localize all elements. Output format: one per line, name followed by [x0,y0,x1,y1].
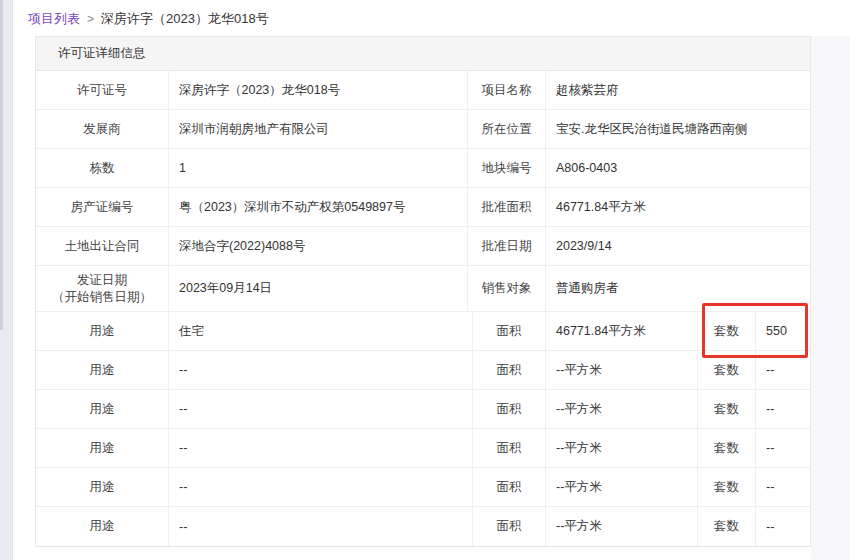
row-value: 1 [169,149,468,187]
area-label: 面积 [473,390,546,428]
area-label: 面积 [473,351,546,389]
usage-label: 用途 [36,468,169,506]
usage-row: 用途--面积--平方米套数-- [36,468,810,507]
table-row: 许可证号深房许字（2023）龙华018号项目名称超核紫芸府 [36,71,810,110]
usage-row: 用途住宅面积46771.84平方米套数550 [36,312,810,351]
row-value: 超核紫芸府 [546,71,810,109]
row-value: 2023/9/14 [546,227,810,265]
table-row: 发证日期（开始销售日期）2023年09月14日销售对象普通购房者 [36,266,810,312]
units-label: 套数 [698,312,756,350]
row-value: 46771.84平方米 [546,188,810,226]
units-value: -- [756,351,810,389]
units-label: 套数 [698,507,756,546]
row-label: 批准面积 [468,188,546,226]
row-value: 宝安.龙华区民治街道民塘路西南侧 [546,110,810,148]
usage-value: -- [169,429,473,467]
units-value: -- [756,507,810,546]
row-label: 发证日期（开始销售日期） [36,266,169,311]
row-label: 销售对象 [468,266,546,311]
units-label: 套数 [698,429,756,467]
row-label: 项目名称 [468,71,546,109]
row-label: 发展商 [36,110,169,148]
row-value: A806-0403 [546,149,810,187]
usage-row: 用途--面积--平方米套数-- [36,390,810,429]
units-label: 套数 [698,390,756,428]
permit-detail-panel: 许可证详细信息 许可证号深房许字（2023）龙华018号项目名称超核紫芸府发展商… [35,36,811,547]
left-scroll-edge [0,0,3,330]
area-value: --平方米 [546,429,698,467]
row-value: 深地合字(2022)4088号 [169,227,468,265]
usage-label: 用途 [36,312,169,350]
permit-table: 许可证号深房许字（2023）龙华018号项目名称超核紫芸府发展商深圳市润朝房地产… [36,71,810,546]
row-value: 深房许字（2023）龙华018号 [169,71,468,109]
usage-value: -- [169,351,473,389]
usage-label: 用途 [36,390,169,428]
page-right-background [811,36,850,560]
usage-value: -- [169,507,473,546]
units-value: -- [756,468,810,506]
area-label: 面积 [473,312,546,350]
usage-row: 用途--面积--平方米套数-- [36,507,810,546]
units-label: 套数 [698,468,756,506]
area-label: 面积 [473,507,546,546]
usage-row: 用途--面积--平方米套数-- [36,429,810,468]
label-line: 发证日期 [52,272,152,289]
breadcrumb-separator: > [87,12,94,26]
panel-title: 许可证详细信息 [36,37,810,71]
area-label: 面积 [473,468,546,506]
units-value: -- [756,390,810,428]
table-row: 房产证编号粤（2023）深圳市不动产权第0549897号批准面积46771.84… [36,188,810,227]
row-label: 栋数 [36,149,169,187]
breadcrumb-current-permit: 深房许字（2023）龙华018号 [101,10,269,28]
usage-value: 住宅 [169,312,473,350]
usage-label: 用途 [36,507,169,546]
area-value: --平方米 [546,351,698,389]
area-value: --平方米 [546,507,698,546]
units-value: -- [756,429,810,467]
row-label: 许可证号 [36,71,169,109]
breadcrumb-project-list-link[interactable]: 项目列表 [28,10,80,28]
usage-row: 用途--面积--平方米套数-- [36,351,810,390]
usage-value: -- [169,390,473,428]
label-two-line: 发证日期（开始销售日期） [52,272,152,306]
row-value: 深圳市润朝房地产有限公司 [169,110,468,148]
table-row: 栋数1地块编号A806-0403 [36,149,810,188]
row-label: 批准日期 [468,227,546,265]
row-label: 地块编号 [468,149,546,187]
row-label: 房产证编号 [36,188,169,226]
breadcrumb: 项目列表 > 深房许字（2023）龙华018号 [28,10,269,28]
area-label: 面积 [473,429,546,467]
usage-label: 用途 [36,351,169,389]
row-value: 2023年09月14日 [169,266,468,311]
units-value: 550 [756,312,810,350]
table-row: 土地出让合同深地合字(2022)4088号批准日期2023/9/14 [36,227,810,266]
area-value: 46771.84平方米 [546,312,698,350]
row-label: 土地出让合同 [36,227,169,265]
usage-value: -- [169,468,473,506]
row-label: 所在位置 [468,110,546,148]
usage-label: 用途 [36,429,169,467]
area-value: --平方米 [546,390,698,428]
row-value: 普通购房者 [546,266,810,311]
table-row: 发展商深圳市润朝房地产有限公司所在位置宝安.龙华区民治街道民塘路西南侧 [36,110,810,149]
area-value: --平方米 [546,468,698,506]
label-subline: （开始销售日期） [52,289,152,306]
units-label: 套数 [698,351,756,389]
row-value: 粤（2023）深圳市不动产权第0549897号 [169,188,468,226]
